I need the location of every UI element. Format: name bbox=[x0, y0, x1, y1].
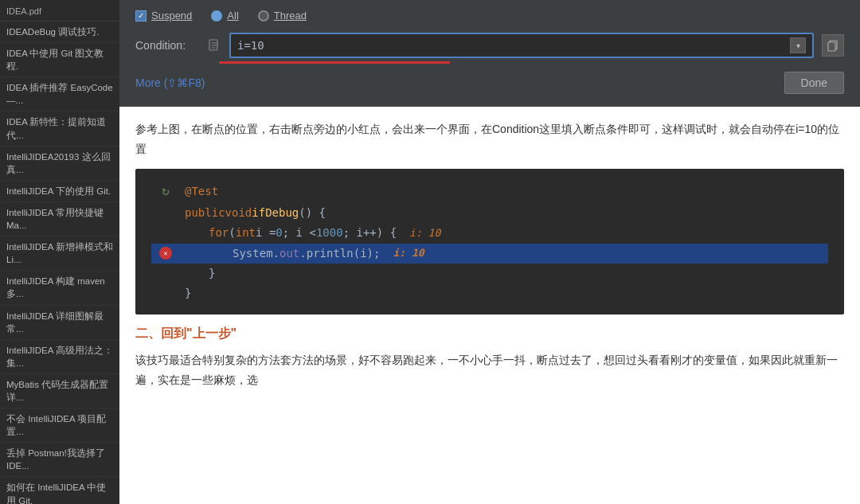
sidebar-item-1[interactable]: IDEA 中使用 Git 图文教程. bbox=[0, 43, 119, 77]
condition-error-underline bbox=[219, 61, 450, 64]
annotation-text: @Test bbox=[185, 182, 218, 201]
suspend-checkbox[interactable] bbox=[135, 10, 147, 21]
code-line-for: for ( int i = 0 ; i < 1000 ; i++) { i: 1… bbox=[151, 223, 828, 243]
code-line-method: public void ifDebug () { bbox=[151, 203, 828, 223]
sidebar-item-9[interactable]: IntelliJIDEA 详细图解最常... bbox=[0, 306, 119, 340]
sidebar-item-12[interactable]: 不会 IntelliJIDEA 项目配置... bbox=[0, 408, 119, 443]
sidebar-item-7[interactable]: IntelliJIDEA 新增禅模式和 Li... bbox=[0, 236, 119, 271]
sidebar-item-2[interactable]: IDEA 插件推荐 EasyCode —... bbox=[0, 77, 119, 111]
all-label: All bbox=[227, 10, 238, 21]
sidebar-title: IDEA.pdf bbox=[0, 3, 119, 21]
debug-arrow-icon: ↻ bbox=[162, 180, 170, 203]
all-radio-group[interactable]: All bbox=[211, 10, 238, 21]
condition-file-icon bbox=[207, 38, 221, 53]
debugger-bottom-row: More (⇧⌘F8) Done bbox=[135, 72, 844, 94]
condition-dropdown-arrow[interactable]: ▾ bbox=[790, 37, 806, 53]
article-para-1: 参考上图，在断点的位置，右击断点旁边的小红点，会出来一个界面，在Conditio… bbox=[135, 119, 844, 159]
println-debug-val: i: 10 bbox=[393, 244, 424, 262]
svg-rect-2 bbox=[828, 42, 835, 51]
sidebar-item-0[interactable]: IDEADeBug 调试技巧. bbox=[0, 21, 119, 43]
thread-label: Thread bbox=[274, 10, 307, 21]
sidebar-item-14[interactable]: 如何在 IntelliJIDEA 中使用 Git. bbox=[0, 477, 119, 504]
gutter-println bbox=[154, 247, 177, 260]
for-debug-val: i: 10 bbox=[409, 224, 440, 242]
thread-radio[interactable] bbox=[258, 10, 269, 21]
more-link[interactable]: More (⇧⌘F8) bbox=[135, 76, 205, 89]
code-block: ↻ @Test public void ifDebug () { for ( i… bbox=[135, 169, 844, 315]
code-line-close2: } bbox=[151, 283, 828, 303]
sidebar-item-6[interactable]: IntelliJIDEA 常用快捷键 Ma... bbox=[0, 202, 119, 236]
sidebar-item-5[interactable]: IntelliJIDEA 下的使用 Git. bbox=[0, 181, 119, 202]
code-line-println: System. out .println(i); i: 10 bbox=[151, 244, 828, 264]
code-block-inner: ↻ @Test public void ifDebug () { for ( i… bbox=[135, 169, 844, 315]
condition-input[interactable] bbox=[237, 39, 790, 52]
sidebar-item-10[interactable]: IntelliJIDEA 高级用法之：集... bbox=[0, 340, 119, 374]
all-radio[interactable] bbox=[211, 10, 222, 21]
sidebar-item-3[interactable]: IDEA 新特性：提前知道代... bbox=[0, 111, 119, 146]
code-line-close1: } bbox=[151, 264, 828, 283]
thread-radio-group[interactable]: Thread bbox=[258, 10, 307, 21]
condition-row: Condition: ▾ bbox=[135, 33, 844, 58]
done-button[interactable]: Done bbox=[784, 72, 844, 94]
sidebar-item-4[interactable]: IntelliJIDEA20193 这么回真... bbox=[0, 147, 119, 181]
suspend-label: Suspend bbox=[151, 10, 192, 21]
section-heading: 二、回到"上一步" bbox=[135, 326, 844, 342]
article-body: 参考上图，在断点的位置，右击断点旁边的小红点，会出来一个界面，在Conditio… bbox=[119, 107, 860, 412]
debugger-top-row: Suspend All Thread bbox=[135, 10, 844, 21]
sidebar: IDEA.pdf IDEADeBug 调试技巧. IDEA 中使用 Git 图文… bbox=[0, 0, 119, 504]
suspend-checkbox-group[interactable]: Suspend bbox=[135, 10, 192, 21]
sidebar-item-13[interactable]: 丢掉 Postman!我选择了 IDE... bbox=[0, 443, 119, 477]
condition-copy-button[interactable] bbox=[822, 34, 844, 57]
sidebar-item-8[interactable]: IntelliJIDEA 构建 maven 多... bbox=[0, 271, 119, 305]
code-line-annotation: ↻ @Test bbox=[151, 180, 828, 203]
gutter-annotation: ↻ bbox=[154, 180, 177, 203]
sidebar-item-11[interactable]: MyBatis 代码生成器配置详... bbox=[0, 374, 119, 408]
article-para-2: 该技巧最适合特别复杂的方法套方法的场景，好不容易跑起来，一不小心手一抖，断点过去… bbox=[135, 350, 844, 390]
condition-label: Condition: bbox=[135, 39, 199, 52]
main-content: Suspend All Thread Condition: ▾ bbox=[119, 0, 860, 504]
condition-input-wrap[interactable]: ▾ bbox=[229, 33, 814, 58]
breakpoint-icon bbox=[159, 247, 172, 260]
debugger-panel: Suspend All Thread Condition: ▾ bbox=[119, 0, 860, 107]
